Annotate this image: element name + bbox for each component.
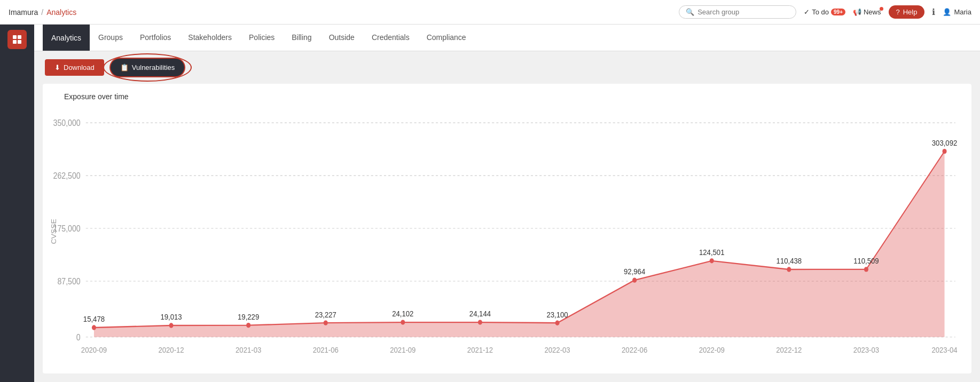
todo-check-icon: ✓ [804,8,810,16]
breadcrumb-company[interactable]: Imamura [9,8,38,17]
x-label-2023-03: 2023-03 [853,345,879,354]
svg-text:350,000: 350,000 [53,118,81,128]
search-icon: 🔍 [686,8,694,16]
label-2023-04: 303,092 [932,138,958,147]
svg-rect-0 [13,35,17,39]
main-container: AnalyticsGroupsPortfoliosStakeholdersPol… [0,25,980,382]
data-point-2023-03 [864,267,868,272]
todo-label: To do [812,8,829,16]
news-notification-dot [880,7,883,11]
label-2021-12: 24,144 [469,309,491,318]
x-label-2022-12: 2022-12 [776,345,802,354]
vulnerabilities-button[interactable]: 📋 Vulnerabilities [111,59,184,76]
tab-bar: AnalyticsGroupsPortfoliosStakeholdersPol… [34,25,980,51]
x-label-2022-09: 2022-09 [699,345,725,354]
tab-policies[interactable]: Policies [240,25,283,51]
breadcrumb-current: Analytics [46,8,76,17]
svg-text:0: 0 [76,332,81,342]
data-point-2022-09 [710,258,714,263]
help-icon: ? [896,8,900,16]
label-2022-03: 23,100 [546,310,568,319]
svg-text:87,500: 87,500 [57,276,80,286]
chart-area: 350,000 262,500 175,000 87,500 0 CVSSE [48,107,966,368]
vulnerabilities-icon: 📋 [120,63,129,71]
top-nav-right: 🔍 ✓ To do 99+ 📢 News ? Help ℹ 👤 Maria [679,5,971,19]
info-icon[interactable]: ℹ [932,7,935,17]
x-label-2021-12: 2021-12 [467,345,493,354]
data-point-2022-06 [632,277,637,282]
chart-fill-area [94,152,945,337]
download-button[interactable]: ⬇ Download [45,59,104,76]
data-point-2023-04 [943,149,947,154]
data-point-2021-03 [246,323,250,328]
data-point-2022-12 [787,267,791,272]
search-box[interactable]: 🔍 [679,5,796,19]
tab-credentials[interactable]: Credentials [363,25,418,51]
chart-container: Exposure over time 350,000 262,500 175,0… [43,84,971,373]
x-label-2022-03: 2022-03 [544,345,570,354]
x-label-2020-09: 2020-09 [81,345,107,354]
tab-stakeholders[interactable]: Stakeholders [179,25,240,51]
tab-outside[interactable]: Outside [320,25,363,51]
svg-rect-2 [13,40,17,44]
breadcrumb: Imamura / Analytics [9,8,76,17]
label-2020-12: 19,013 [160,312,182,321]
data-point-2020-12 [169,323,174,328]
sidebar-logo[interactable] [7,30,27,49]
tab-billing[interactable]: Billing [283,25,320,51]
label-2021-03: 19,229 [238,312,259,321]
vulnerabilities-label: Vulnerabilities [132,63,175,71]
download-icon: ⬇ [54,63,60,71]
data-point-2020-09 [92,325,96,330]
user-label: Maria [954,8,971,16]
x-label-2021-06: 2021-06 [313,345,339,354]
svg-rect-3 [18,40,21,44]
news-button[interactable]: 📢 News [853,8,881,16]
tab-groups[interactable]: Groups [90,25,131,51]
breadcrumb-separator: / [41,8,43,17]
chart-title: Exposure over time [48,92,966,101]
toolbar: ⬇ Download 📋 Vulnerabilities [34,51,980,84]
search-input[interactable] [697,8,789,16]
label-2023-03: 110,509 [853,257,879,266]
data-point-2021-09 [401,320,405,324]
x-label-2022-06: 2022-06 [622,345,647,354]
download-label: Download [64,63,95,71]
x-label-2020-12: 2020-12 [158,345,184,354]
label-2020-09: 15,478 [83,314,105,323]
top-nav: Imamura / Analytics 🔍 ✓ To do 99+ 📢 News… [0,0,980,25]
exposure-chart: 350,000 262,500 175,000 87,500 0 CVSSE [48,107,966,368]
news-label: News [864,8,881,16]
user-icon: 👤 [943,8,951,16]
sidebar [0,25,34,382]
label-2021-09: 24,102 [392,309,413,318]
svg-text:CVSSE: CVSSE [50,219,58,244]
vulnerabilities-wrapper: 📋 Vulnerabilities [111,59,184,76]
svg-text:262,500: 262,500 [53,171,81,180]
content-area: AnalyticsGroupsPortfoliosStakeholdersPol… [34,25,980,382]
data-point-2021-12 [478,320,482,324]
megaphone-icon: 📢 [853,8,861,16]
label-2022-06: 92,964 [624,267,645,276]
tab-portfolios[interactable]: Portfolios [131,25,179,51]
x-label-2023-04: 2023-04 [931,345,957,354]
label-2022-09: 124,501 [699,248,725,257]
label-2021-06: 23,227 [315,310,336,319]
user-button[interactable]: 👤 Maria [943,8,971,16]
tab-compliance[interactable]: Compliance [418,25,475,51]
data-point-2022-03 [555,321,559,325]
x-label-2021-03: 2021-03 [236,345,261,354]
svg-rect-1 [18,35,21,39]
todo-badge: 99+ [831,9,845,15]
help-label: Help [903,8,918,16]
help-button[interactable]: ? Help [889,5,925,19]
todo-button[interactable]: ✓ To do 99+ [804,8,845,16]
tab-analytics[interactable]: Analytics [43,25,90,51]
x-label-2021-09: 2021-09 [390,345,415,354]
label-2022-12: 110,438 [777,257,802,266]
data-point-2021-06 [324,320,328,325]
